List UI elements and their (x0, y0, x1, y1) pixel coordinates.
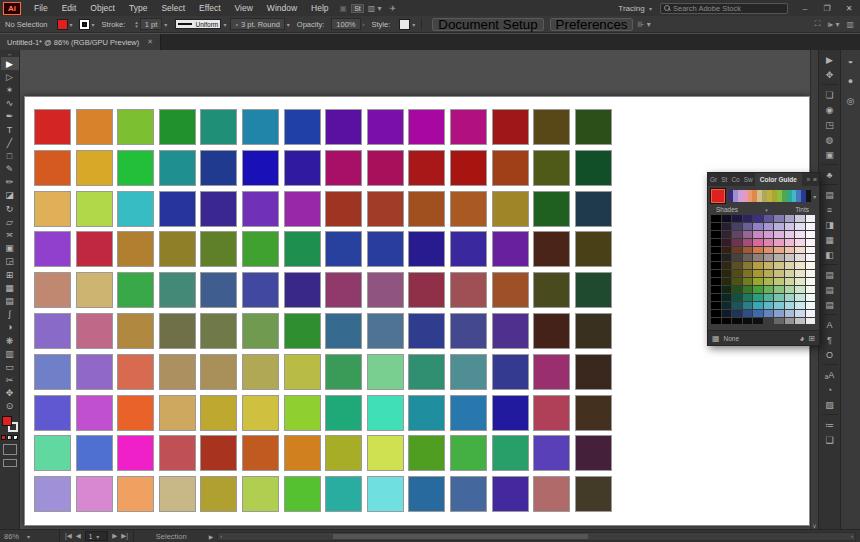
swatch-libraries-icon[interactable]: ▤ (820, 282, 840, 297)
artboard-swatch-r10-c4[interactable] (159, 476, 196, 512)
artboard-swatch-r8-c5[interactable] (200, 395, 237, 431)
arrange-documents-icon[interactable]: ▥ (846, 20, 854, 29)
variation-swatch-r1-c4[interactable] (743, 215, 753, 222)
info-icon[interactable]: ◍ (820, 132, 840, 147)
variation-swatch-r4-c3[interactable] (732, 239, 742, 246)
menu-item-help[interactable]: Help (304, 3, 335, 13)
canvas-area[interactable] (20, 50, 818, 529)
artboard-swatch-r5-c1[interactable] (34, 272, 71, 308)
artboard-swatch-r8-c9[interactable] (367, 395, 404, 431)
artboard-number-field[interactable]: 1 ▾ (85, 531, 108, 541)
variation-swatch-r6-c1[interactable] (711, 254, 721, 261)
mesh-tool-icon[interactable]: ▦ (1, 281, 19, 294)
artboard-swatch-r8-c8[interactable] (325, 395, 362, 431)
artboard-swatch-r1-c4[interactable] (159, 109, 196, 145)
menu-item-window[interactable]: Window (260, 3, 304, 13)
variation-swatch-r9-c6[interactable] (764, 278, 774, 285)
chevron-down-icon[interactable]: ▾ (410, 21, 417, 28)
variation-swatch-r10-c5[interactable] (753, 286, 763, 293)
artboard-swatch-r1-c5[interactable] (200, 109, 237, 145)
appearance-icon[interactable]: ▤ (820, 187, 840, 202)
variation-swatch-r2-c8[interactable] (785, 223, 795, 230)
variation-swatch-r4-c8[interactable] (785, 239, 795, 246)
selection-tool-icon[interactable]: ▶ (1, 57, 19, 70)
opacity-value[interactable]: 100% (331, 18, 360, 30)
artboard-swatch-r2-c2[interactable] (76, 150, 113, 186)
variation-swatch-r10-c3[interactable] (732, 286, 742, 293)
artboards-icon[interactable]: ◉ (820, 102, 840, 117)
artboard-swatch-r9-c6[interactable] (242, 435, 279, 471)
scroll-left-icon[interactable]: ‹ (220, 533, 222, 539)
scrollbar-thumb[interactable] (333, 534, 588, 539)
variation-swatch-r3-c10[interactable] (806, 231, 816, 238)
variation-swatch-r2-c3[interactable] (732, 223, 742, 230)
artboard-swatch-r10-c3[interactable] (117, 476, 154, 512)
variation-swatch-r9-c3[interactable] (732, 278, 742, 285)
variation-swatch-r4-c10[interactable] (806, 239, 816, 246)
variation-swatch-r7-c3[interactable] (732, 262, 742, 269)
artboard-swatch-r7-c2[interactable] (76, 354, 113, 390)
hand-tool-icon[interactable]: ✥ (1, 387, 19, 400)
artboard-swatch-r3-c2[interactable] (76, 191, 113, 227)
variable-width-profile-dropdown[interactable]: •3 pt. Round (230, 18, 284, 30)
variation-swatch-r7-c5[interactable] (753, 262, 763, 269)
variation-swatch-r4-c1[interactable] (711, 239, 721, 246)
eraser-tool-icon[interactable]: ◪ (1, 189, 19, 202)
tab-stub-gr[interactable]: Gr (708, 176, 719, 183)
variation-swatch-r3-c2[interactable] (722, 231, 732, 238)
variation-swatch-r2-c7[interactable] (774, 223, 784, 230)
variation-swatch-r6-c10[interactable] (806, 254, 816, 261)
variation-swatch-r4-c2[interactable] (722, 239, 732, 246)
document-tab[interactable]: Untitled-1* @ 86% (RGB/GPU Preview) ✕ (0, 34, 161, 50)
artboard-swatch-r5-c10[interactable] (408, 272, 445, 308)
menu-item-effect[interactable]: Effect (192, 3, 228, 13)
variation-swatch-r5-c5[interactable] (753, 247, 763, 254)
artboard-swatch-r6-c1[interactable] (34, 313, 71, 349)
artboard-swatch-r3-c11[interactable] (450, 191, 487, 227)
stroke-color-swatch[interactable] (79, 19, 90, 30)
close-tab-icon[interactable]: ✕ (147, 38, 153, 46)
color-button[interactable] (1, 435, 6, 440)
layers-icon[interactable]: ❏ (820, 87, 840, 102)
variation-swatch-r7-c6[interactable] (764, 262, 774, 269)
edit-colors-icon[interactable]: ◕ (799, 334, 804, 343)
stroke-weight-value[interactable]: 1 pt (140, 18, 163, 30)
last-artboard-icon[interactable]: ▶| (121, 532, 128, 540)
artboard-swatch-r2-c4[interactable] (159, 150, 196, 186)
artboard-swatch-r1-c7[interactable] (284, 109, 321, 145)
artboard-swatch-r9-c14[interactable] (575, 435, 612, 471)
variation-swatch-r14-c10[interactable] (806, 318, 816, 325)
variation-swatch-r12-c6[interactable] (764, 302, 774, 309)
share-icon[interactable]: ✈ (386, 4, 401, 13)
artboard-swatch-r1-c12[interactable] (492, 109, 529, 145)
artboard-swatch-r3-c8[interactable] (325, 191, 362, 227)
brush-definition-dropdown[interactable]: Uniform (175, 19, 221, 29)
variation-swatch-r8-c4[interactable] (743, 270, 753, 277)
blend-tool-icon[interactable]: ◑ (1, 321, 19, 334)
gradient-button[interactable] (7, 435, 12, 440)
width-tool-icon[interactable]: ≍ (1, 228, 19, 241)
artboard-swatch-r10-c14[interactable] (575, 476, 612, 512)
artboard-swatch-r6-c13[interactable] (533, 313, 570, 349)
artboard-swatch-r8-c3[interactable] (117, 395, 154, 431)
variation-swatch-r6-c8[interactable] (785, 254, 795, 261)
zoom-tool-icon[interactable]: ⊙ (1, 400, 19, 413)
variation-swatch-r12-c3[interactable] (732, 302, 742, 309)
artboard-swatch-r5-c12[interactable] (492, 272, 529, 308)
variation-swatch-r2-c1[interactable] (711, 223, 721, 230)
variation-swatch-r13-c7[interactable] (774, 310, 784, 317)
variation-swatch-r14-c2[interactable] (722, 318, 732, 325)
artboard-swatch-r8-c2[interactable] (76, 395, 113, 431)
stock-badge[interactable]: St (351, 4, 364, 13)
variation-swatch-r12-c4[interactable] (743, 302, 753, 309)
artboard-swatch-r4-c6[interactable] (242, 231, 279, 267)
variation-swatch-r11-c4[interactable] (743, 294, 753, 301)
artboard-swatch-r6-c10[interactable] (408, 313, 445, 349)
variation-swatch-r4-c7[interactable] (774, 239, 784, 246)
artboard-swatch-r1-c3[interactable] (117, 109, 154, 145)
variation-swatch-r11-c7[interactable] (774, 294, 784, 301)
rotate-tool-icon[interactable]: ↻ (1, 202, 19, 215)
variation-swatch-r14-c8[interactable] (785, 318, 795, 325)
expand-icon[interactable]: ⛶ (815, 19, 821, 29)
artboard-swatch-r9-c10[interactable] (408, 435, 445, 471)
